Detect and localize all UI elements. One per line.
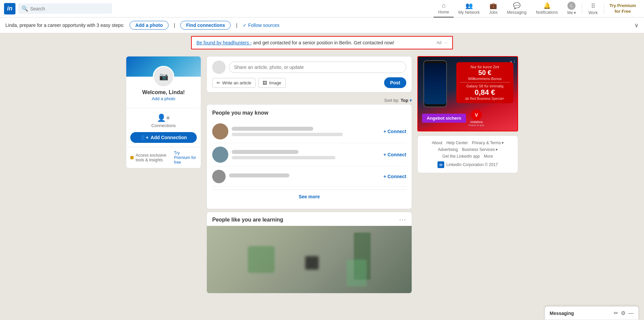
person-avatar-2	[212, 147, 228, 163]
see-more-button[interactable]: See more	[212, 190, 406, 203]
footer-copyright: LinkedIn Corporation © 2017	[446, 162, 498, 167]
nav-item-messaging[interactable]: 💬 Messaging	[502, 0, 531, 17]
nav-item-work[interactable]: ⠿ Work	[584, 0, 602, 17]
ad-meta: Ad ···	[436, 40, 448, 45]
image-label: Image	[269, 80, 281, 85]
ad-banner-text: Be found by headhunters - and get contac…	[196, 40, 394, 45]
business-services-dropdown-icon: ▾	[496, 147, 498, 152]
advertising-link[interactable]: Advertising	[438, 147, 458, 152]
me-avatar: L	[567, 2, 576, 10]
image-icon: 🖼	[263, 80, 267, 85]
help-center-link[interactable]: Help Center	[446, 141, 468, 145]
learning-title: People like you are learning	[212, 217, 283, 223]
connect-button-1[interactable]: + Connect	[383, 129, 406, 134]
person-row: + Connect	[212, 120, 406, 143]
image-button[interactable]: 🖼 Image	[258, 78, 285, 88]
network-icon: 👥	[465, 2, 473, 9]
blur-decoration-4	[347, 259, 367, 286]
post-input-row	[212, 61, 406, 74]
right-sidebar: ▲ i Nur für kurze Zeit 50 € Willkommens-…	[417, 56, 518, 296]
add-photo-profile-link[interactable]: Add a photo	[152, 96, 175, 101]
sort-value[interactable]: Top	[401, 98, 408, 103]
messaging-settings-icon[interactable]: ⚙	[621, 310, 626, 316]
nav-item-notifications[interactable]: 🔔 Notifications	[531, 0, 562, 17]
messaging-edit-icon[interactable]: ✏	[614, 310, 618, 316]
career-strip: Linda, prepare for a career opportunity …	[0, 17, 644, 33]
ad-banner-rest: and get contacted for a senior position …	[253, 40, 394, 45]
post-input-field[interactable]	[229, 62, 406, 73]
profile-avatar-wrap: 📷 Welcome, Linda! Add a photo	[126, 77, 201, 105]
vodafone-logo: V Vodafone Power to you	[469, 110, 485, 127]
messaging-widget-label: Messaging	[550, 311, 574, 316]
find-connections-link[interactable]: Find connections	[180, 21, 231, 30]
divider-pipe-2: |	[236, 23, 237, 28]
business-services-text: Business Services	[462, 147, 495, 152]
nav-item-me[interactable]: L Me ▾	[562, 0, 581, 17]
ad-label: Ad	[436, 40, 442, 45]
privacy-terms-link[interactable]: Privacy & Terms ▾	[472, 141, 503, 145]
footer-links: About Help Center Privacy & Terms ▾ Adve…	[417, 135, 518, 173]
ad-phone-screen	[424, 63, 446, 104]
post-button[interactable]: Post	[384, 77, 406, 88]
navbar: in 🔍 ⌂ Home 👥 My Network 💼 Jobs 💬 Messag…	[0, 0, 644, 17]
footer-row-1: About Help Center Privacy & Terms ▾	[422, 141, 513, 145]
follow-sources-link[interactable]: ✓ Follow sources	[243, 23, 279, 28]
nav-item-mynetwork[interactable]: 👥 My Network	[454, 0, 484, 17]
pencil-icon: ✏	[217, 80, 220, 85]
more-link[interactable]: More	[484, 154, 493, 159]
ad-banner-link[interactable]: Be found by headhunters -	[196, 40, 252, 45]
search-input[interactable]	[30, 6, 109, 11]
about-link[interactable]: About	[432, 141, 442, 145]
footer-logo-row: in LinkedIn Corporation © 2017	[422, 161, 513, 168]
nav-label-home: Home	[438, 10, 449, 14]
nav-items: ⌂ Home 👥 My Network 💼 Jobs 💬 Messaging 🔔…	[433, 0, 640, 17]
footer-row-2: Advertising Business Services ▾	[422, 147, 513, 152]
learning-image	[207, 226, 412, 293]
messaging-widget: Messaging ✏ ⚙ —	[545, 306, 639, 320]
ad-price-block: Nur für kurze Zeit 50 € Willkommens-Bonu…	[456, 62, 513, 103]
messaging-icon: 💬	[513, 2, 520, 9]
person-avatar-3	[212, 170, 226, 183]
angebot-button[interactable]: Angebot sichern	[422, 114, 466, 123]
business-services-link[interactable]: Business Services ▾	[462, 147, 498, 152]
sort-chevron-icon[interactable]: ▾	[410, 98, 412, 103]
profile-avatar[interactable]: 📷	[153, 66, 174, 87]
bell-icon: 🔔	[543, 2, 551, 9]
search-box[interactable]: 🔍	[18, 3, 112, 14]
get-linkedin-app-link[interactable]: Get the LinkedIn app	[443, 154, 480, 159]
person-title-bar-2	[232, 156, 335, 159]
privacy-terms-text: Privacy & Terms	[472, 141, 501, 145]
connect-button-2[interactable]: + Connect	[383, 152, 406, 157]
messaging-minimize-icon[interactable]: —	[628, 310, 634, 316]
person-info-2	[232, 150, 380, 159]
nav-item-jobs[interactable]: 💼 Jobs	[485, 0, 502, 17]
collapse-strip-button[interactable]: ∨	[634, 22, 639, 29]
jobs-icon: 💼	[490, 2, 497, 9]
add-connection-button[interactable]: 👤+ Add Connection	[130, 132, 197, 143]
vodafone-ad-card: ▲ i Nur für kurze Zeit 50 € Willkommens-…	[417, 56, 518, 131]
post-box: ✏ Write an article 🖼 Image Post	[206, 56, 412, 92]
blur-decoration-1	[248, 246, 275, 273]
people-section-title: People you may know	[212, 110, 406, 116]
nav-divider-2	[604, 3, 604, 14]
nav-item-home[interactable]: ⌂ Home	[433, 0, 454, 17]
try-premium-button[interactable]: Try Premium for Free	[605, 1, 640, 16]
learning-more-button[interactable]: ···	[399, 216, 406, 223]
person-name-bar-3	[229, 173, 289, 177]
write-article-button[interactable]: ✏ Write an article	[212, 78, 256, 88]
person-info-3	[229, 173, 380, 179]
camera-icon: 📷	[159, 72, 168, 81]
linkedin-logo[interactable]: in	[4, 3, 15, 14]
connections-link[interactable]: 👤+ Connections	[126, 111, 201, 131]
add-photo-link[interactable]: Add a photo	[130, 21, 169, 30]
connect-button-3[interactable]: + Connect	[383, 174, 406, 179]
privacy-dropdown-icon: ▾	[502, 141, 504, 145]
vodafone-brand-text: Vodafone	[470, 120, 483, 124]
home-icon: ⌂	[442, 2, 446, 9]
person-avatar-1	[212, 123, 228, 139]
left-sidebar: 📷 Welcome, Linda! Add a photo 👤+ Connect…	[126, 56, 201, 296]
try-premium-link[interactable]: Try Premium for free	[174, 151, 197, 165]
promo-text: Access exclusive tools & insights	[136, 153, 172, 162]
profile-name: Welcome, Linda!	[142, 89, 185, 95]
ad-more-icon[interactable]: ···	[444, 40, 448, 45]
